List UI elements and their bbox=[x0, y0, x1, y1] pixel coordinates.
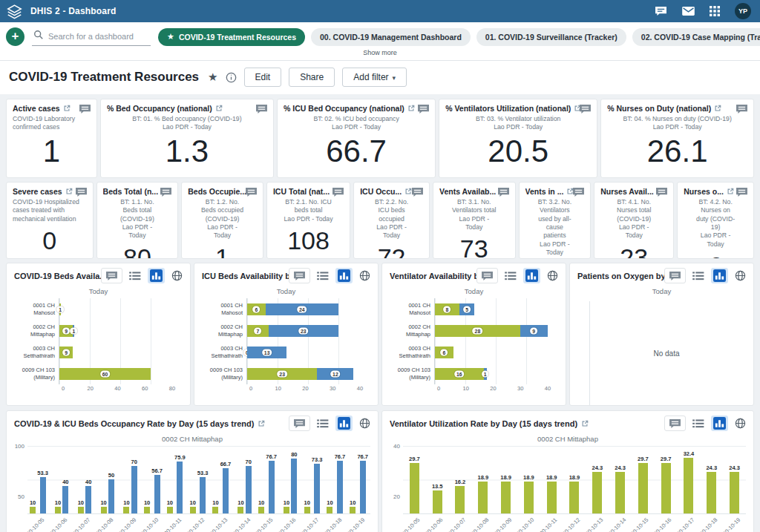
map-view-icon[interactable] bbox=[733, 416, 747, 430]
dashboard-chips: ★COVID-19 Treatment Resources00. COVID-1… bbox=[158, 28, 760, 46]
chart-card-title[interactable]: Ventilator Utilization Rate by Day (15 d… bbox=[390, 419, 589, 428]
interpretation-chat-icon[interactable] bbox=[255, 104, 268, 114]
messages-icon[interactable] bbox=[682, 7, 695, 16]
interpretation-chat-icon[interactable] bbox=[245, 187, 258, 197]
interpretation-chat-button[interactable] bbox=[664, 268, 686, 283]
external-link-icon[interactable] bbox=[581, 420, 589, 427]
chart-view-icon[interactable] bbox=[148, 268, 165, 283]
table-view-icon[interactable] bbox=[128, 270, 142, 282]
stat-card-value: 108 bbox=[273, 226, 344, 255]
interpretation-chat-icon[interactable] bbox=[417, 104, 430, 114]
chart-view-icon[interactable] bbox=[711, 268, 728, 283]
share-button[interactable]: Share bbox=[289, 68, 335, 87]
map-view-icon[interactable] bbox=[358, 269, 372, 283]
interpretation-chat-button[interactable] bbox=[664, 416, 686, 431]
category-label: 0002 CH Mittaphap bbox=[11, 324, 59, 338]
bar-column: 10 bbox=[167, 446, 173, 513]
interpretation-chat-icon[interactable] bbox=[160, 187, 172, 197]
interpretation-chat-button[interactable] bbox=[101, 268, 122, 283]
external-link-icon[interactable] bbox=[727, 188, 734, 195]
map-view-icon[interactable] bbox=[733, 269, 747, 283]
chart-category-row: 0001 CH Mahosot624 bbox=[199, 298, 369, 320]
date-label: 2020-10-18 bbox=[324, 514, 347, 532]
table-view-icon[interactable] bbox=[503, 270, 518, 282]
dashboard-chip-selected[interactable]: ★COVID-19 Treatment Resources bbox=[158, 28, 305, 46]
table-view-icon[interactable] bbox=[315, 270, 330, 282]
interpretation-chat-icon[interactable] bbox=[736, 104, 748, 114]
dashboard-chip[interactable]: 00. COVID-19 Management Dashboard bbox=[311, 28, 471, 46]
plot-area-wrap: 1053.310401040105010701056.71075.91053.3… bbox=[27, 446, 370, 532]
map-view-icon[interactable] bbox=[546, 269, 560, 283]
apps-grid-icon[interactable] bbox=[710, 6, 720, 16]
stacked-bar: 85 bbox=[435, 303, 557, 315]
subtitle-line: BT: 2.2. No. ICU beds occupied bbox=[370, 198, 413, 223]
stat-card-title[interactable]: % Ventilators Utilization (national) bbox=[445, 104, 591, 113]
chart-view-icon[interactable] bbox=[711, 416, 728, 431]
search-input[interactable] bbox=[48, 32, 149, 41]
info-icon[interactable] bbox=[226, 72, 237, 83]
bar-segment-blue: 13 bbox=[247, 347, 286, 358]
chart-card-title[interactable]: COVID-19 & ICU Beds Occupancy Rate by Da… bbox=[14, 419, 265, 428]
dashboard-search[interactable] bbox=[32, 27, 151, 46]
map-view-icon[interactable] bbox=[170, 269, 184, 283]
avatar[interactable]: YP bbox=[735, 3, 751, 19]
bar-segment-blue: 23 bbox=[269, 325, 338, 337]
stat-card-value: 23 bbox=[600, 243, 667, 259]
interpretation-chat-icon[interactable] bbox=[655, 187, 668, 197]
chart-card-title[interactable]: ICU Beds Availability by Hos... bbox=[202, 272, 289, 280]
interpretations-icon[interactable] bbox=[655, 6, 667, 16]
bar-column: 24.3 bbox=[592, 446, 603, 513]
chart-view-icon[interactable] bbox=[335, 416, 353, 431]
bar-group: 1076.7 bbox=[347, 446, 370, 513]
interpretation-chat-button[interactable] bbox=[476, 268, 498, 283]
interpretation-chat-icon[interactable] bbox=[75, 187, 88, 197]
interpretation-chat-icon[interactable] bbox=[79, 104, 91, 114]
subtitle-line: Lao PDR - Today bbox=[694, 231, 737, 249]
external-link-icon[interactable] bbox=[714, 105, 721, 112]
stacked-bar: 9 bbox=[59, 347, 181, 358]
external-link-icon[interactable] bbox=[65, 188, 73, 195]
interpretation-chat-button[interactable] bbox=[289, 416, 310, 431]
external-link-icon[interactable] bbox=[258, 420, 265, 427]
interpretation-chat-icon[interactable] bbox=[332, 187, 344, 197]
bar-group: 1053.3 bbox=[188, 446, 211, 513]
bar-green bbox=[144, 507, 150, 513]
new-dashboard-button[interactable]: + bbox=[6, 27, 24, 46]
interpretation-chat-icon[interactable] bbox=[411, 187, 424, 197]
chart-card-title[interactable]: COVID-19 Beds Availa... bbox=[14, 272, 101, 280]
stat-card-title[interactable]: % Nurses on Duty (national) bbox=[607, 104, 747, 113]
add-filter-button[interactable]: Add filter▾ bbox=[342, 68, 407, 87]
stat-card-title[interactable]: % ICU Bed Occupancy (national) bbox=[284, 104, 429, 113]
external-link-icon[interactable] bbox=[63, 105, 71, 112]
chart-view-icon[interactable] bbox=[335, 268, 353, 283]
stat-card-title[interactable]: % Bed Occupancy (national) bbox=[107, 104, 267, 113]
dashboard-chip[interactable]: 01. COVID-19 Surveillance (Tracker) bbox=[476, 28, 626, 46]
chart-card-title[interactable]: Patients on Oxygen by Ho... bbox=[577, 272, 664, 280]
external-link-icon[interactable] bbox=[407, 105, 415, 112]
interpretation-chat-button[interactable] bbox=[289, 268, 310, 283]
edit-button[interactable]: Edit bbox=[244, 68, 282, 87]
show-more-link[interactable]: Show more bbox=[6, 46, 754, 60]
dashboard-chip[interactable]: 02. COVID-19 Case Mapping (Tracker) bbox=[632, 28, 760, 46]
stat-card: Nurses o...BT: 4.2. No. Nurses on duty (… bbox=[677, 182, 754, 259]
bar-track: 91 bbox=[59, 320, 181, 341]
star-icon[interactable]: ★ bbox=[208, 70, 217, 84]
interpretation-chat-icon[interactable] bbox=[579, 104, 592, 114]
stat-card-value: 80 bbox=[103, 243, 172, 259]
dhis2-logo-icon[interactable] bbox=[6, 4, 23, 19]
bar-value-label: 9 bbox=[62, 327, 70, 334]
chart-card: COVID-19 & ICU Beds Occupancy Rate by Da… bbox=[6, 410, 379, 532]
table-view-icon[interactable] bbox=[691, 270, 706, 282]
interpretation-chat-icon[interactable] bbox=[736, 187, 748, 197]
chart-card-title[interactable]: Ventilator Availability by ... bbox=[390, 272, 476, 280]
bar-column: 10 bbox=[190, 446, 196, 513]
chart-category-row: 0009 CH 103 (Military)2312 bbox=[199, 363, 369, 384]
interpretation-chat-icon[interactable] bbox=[572, 187, 585, 197]
chart-view-icon[interactable] bbox=[523, 268, 540, 283]
external-link-icon[interactable] bbox=[215, 105, 223, 112]
table-view-icon[interactable] bbox=[691, 418, 706, 430]
table-view-icon[interactable] bbox=[315, 418, 330, 430]
no-data-text: No data bbox=[653, 349, 679, 358]
map-view-icon[interactable] bbox=[358, 416, 372, 430]
interpretation-chat-icon[interactable] bbox=[497, 187, 510, 197]
